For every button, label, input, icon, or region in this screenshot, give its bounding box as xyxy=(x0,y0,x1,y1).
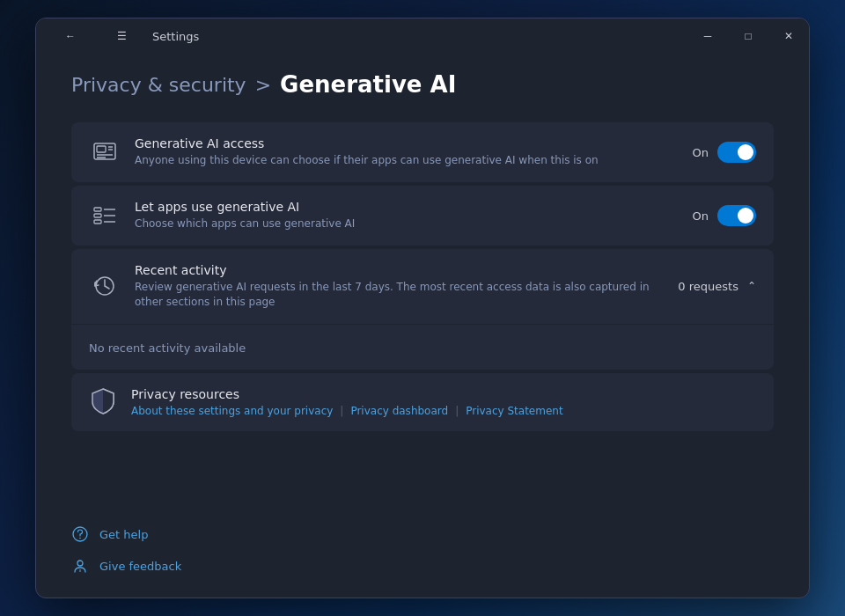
generative-ai-access-card: Generative AI access Anyone using this d… xyxy=(71,122,774,182)
let-apps-icon xyxy=(89,200,121,231)
titlebar: ← ☰ Settings ─ □ ✕ xyxy=(36,18,809,54)
recent-activity-desc: Review generative AI requests in the las… xyxy=(135,280,664,310)
generative-ai-access-control: On xyxy=(693,142,756,163)
privacy-resources-text: Privacy resources About these settings a… xyxy=(131,387,756,417)
breadcrumb: Privacy & security > Generative AI xyxy=(71,71,774,98)
privacy-links: About these settings and your privacy | … xyxy=(131,405,756,417)
svg-rect-7 xyxy=(94,214,101,217)
generative-ai-access-toggle-label: On xyxy=(693,146,709,159)
help-icon xyxy=(71,525,89,543)
bottom-links: Get help Give feedback xyxy=(36,510,809,598)
svg-point-14 xyxy=(79,538,81,539)
let-apps-title: Let apps use generative AI xyxy=(135,200,679,214)
svg-rect-8 xyxy=(94,220,101,224)
titlebar-title: Settings xyxy=(152,30,199,43)
privacy-link-dashboard[interactable]: Privacy dashboard xyxy=(350,405,448,417)
generative-ai-icon xyxy=(89,136,121,168)
let-apps-desc: Choose which apps can use generative AI xyxy=(135,216,679,231)
svg-rect-6 xyxy=(94,208,101,211)
generative-ai-access-desc: Anyone using this device can choose if t… xyxy=(135,153,679,168)
empty-state-text: No recent activity available xyxy=(89,341,246,355)
svg-point-15 xyxy=(77,561,83,566)
get-help-link[interactable]: Get help xyxy=(71,520,774,548)
let-apps-toggle[interactable] xyxy=(717,205,756,226)
generative-ai-access-toggle[interactable] xyxy=(717,142,756,163)
recent-activity-card: Recent activity Review generative AI req… xyxy=(71,249,774,324)
link-sep-1: | xyxy=(340,405,343,417)
requests-count: 0 requests xyxy=(678,280,738,293)
privacy-link-settings[interactable]: About these settings and your privacy xyxy=(131,405,333,417)
recent-activity-icon xyxy=(89,270,121,302)
breadcrumb-separator: > xyxy=(255,74,271,96)
get-help-label: Get help xyxy=(99,528,148,541)
breadcrumb-parent[interactable]: Privacy & security xyxy=(71,74,246,96)
empty-state-card: No recent activity available xyxy=(71,324,774,370)
privacy-link-statement[interactable]: Privacy Statement xyxy=(466,405,562,417)
main-content: Privacy & security > Generative AI Gener… xyxy=(36,54,809,510)
breadcrumb-current: Generative AI xyxy=(280,71,456,98)
give-feedback-label: Give feedback xyxy=(99,560,181,573)
generative-ai-access-title: Generative AI access xyxy=(135,136,679,150)
menu-button[interactable]: ☰ xyxy=(101,18,142,54)
close-button[interactable]: ✕ xyxy=(768,18,809,54)
let-apps-text: Let apps use generative AI Choose which … xyxy=(135,200,679,231)
let-apps-card: Let apps use generative AI Choose which … xyxy=(71,186,774,246)
privacy-resources-card: Privacy resources About these settings a… xyxy=(71,373,774,431)
back-button[interactable]: ← xyxy=(50,18,91,54)
privacy-icon xyxy=(89,387,117,415)
chevron-up-icon: ⌃ xyxy=(747,280,756,292)
let-apps-toggle-label: On xyxy=(693,209,709,223)
let-apps-control: On xyxy=(693,205,756,226)
privacy-resources-title: Privacy resources xyxy=(131,387,756,401)
recent-activity-title: Recent activity xyxy=(135,263,664,277)
give-feedback-link[interactable]: Give feedback xyxy=(71,552,774,580)
recent-activity-text: Recent activity Review generative AI req… xyxy=(135,263,664,310)
link-sep-2: | xyxy=(455,405,459,417)
settings-window: ← ☰ Settings ─ □ ✕ Privacy & security > … xyxy=(35,18,810,598)
generative-ai-access-text: Generative AI access Anyone using this d… xyxy=(135,136,679,168)
titlebar-left: ← ☰ Settings xyxy=(50,18,199,54)
recent-activity-control[interactable]: 0 requests ⌃ xyxy=(678,280,756,293)
maximize-button[interactable]: □ xyxy=(728,18,768,54)
svg-rect-1 xyxy=(97,146,106,152)
titlebar-controls: ─ □ ✕ xyxy=(687,18,809,54)
feedback-icon xyxy=(71,557,89,575)
minimize-button[interactable]: ─ xyxy=(687,18,728,54)
